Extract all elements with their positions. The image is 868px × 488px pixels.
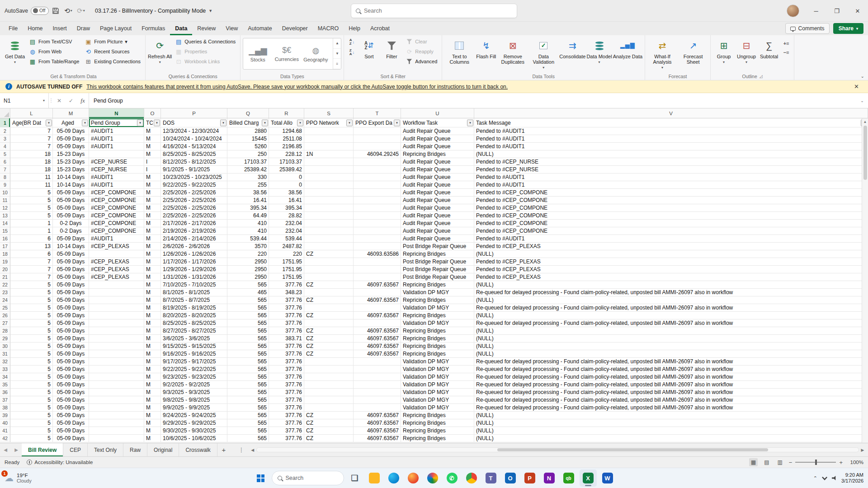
- cell[interactable]: Repricing Bridges: [401, 435, 474, 442]
- cell[interactable]: [89, 396, 144, 404]
- cell[interactable]: 05-09 Days: [53, 281, 89, 289]
- cell[interactable]: Audit Repair Queue: [401, 227, 474, 235]
- row-header-20[interactable]: 20: [0, 266, 10, 273]
- cell[interactable]: 05-09 Days: [53, 366, 89, 373]
- cell[interactable]: 05-09 Days: [53, 197, 89, 204]
- sheet-tab-original[interactable]: Original: [147, 443, 179, 456]
- cell[interactable]: M: [144, 350, 161, 358]
- cell[interactable]: 1N: [304, 150, 354, 158]
- cell[interactable]: 6: [10, 235, 53, 243]
- cell[interactable]: [304, 381, 354, 389]
- cell[interactable]: 05-09 Days: [53, 419, 89, 427]
- cell[interactable]: [354, 389, 401, 396]
- cell[interactable]: [89, 419, 144, 427]
- row-header-26[interactable]: 26: [0, 312, 10, 319]
- cell[interactable]: #CEP_PLEXAS: [89, 258, 144, 266]
- cell[interactable]: [354, 243, 401, 250]
- analyze-data-button[interactable]: ▂▅▇Analyze Data: [613, 37, 642, 71]
- sort-descending-button[interactable]: ZA↓: [346, 47, 357, 57]
- cell[interactable]: 377.76: [269, 389, 304, 396]
- cell[interactable]: (NULL): [474, 427, 868, 435]
- cell[interactable]: M: [144, 412, 161, 419]
- cell[interactable]: 9/9/2025 - 9/9/2025: [161, 404, 227, 412]
- cell[interactable]: 565: [227, 327, 269, 335]
- cell[interactable]: Audit Repair Queue: [401, 197, 474, 204]
- new-sheet-button[interactable]: +: [217, 443, 230, 456]
- page-break-view-button[interactable]: ▥: [775, 458, 784, 466]
- row-header-25[interactable]: 25: [0, 304, 10, 312]
- cell[interactable]: 2/6/2026 - 2/6/2026: [161, 243, 227, 250]
- cell[interactable]: Post Bridge Repair Queue: [401, 243, 474, 250]
- row-header-36[interactable]: 36: [0, 389, 10, 396]
- cell[interactable]: [354, 174, 401, 181]
- cell[interactable]: 5: [10, 289, 53, 296]
- cell[interactable]: 565: [227, 319, 269, 327]
- cell[interactable]: [354, 304, 401, 312]
- next-sheet-button[interactable]: ▶: [11, 443, 22, 456]
- cell[interactable]: 46097.63567: [354, 435, 401, 442]
- cell[interactable]: Audit Repair Queue: [401, 204, 474, 212]
- cell[interactable]: Post Bridge Repair Queue: [401, 273, 474, 281]
- cell[interactable]: Pended to #CEP_COMPONE: [474, 197, 868, 204]
- cell[interactable]: 5: [10, 189, 53, 197]
- cell[interactable]: M: [144, 289, 161, 296]
- cell[interactable]: 5: [10, 327, 53, 335]
- cell[interactable]: [354, 227, 401, 235]
- cell[interactable]: 377.76: [269, 358, 304, 366]
- cell[interactable]: Audit Repair Queue: [401, 212, 474, 220]
- formula-input[interactable]: Pend Group: [89, 93, 856, 108]
- row-header-28[interactable]: 28: [0, 327, 10, 335]
- menu-tab-developer[interactable]: Developer: [277, 22, 313, 35]
- row-header-11[interactable]: 11: [0, 197, 10, 204]
- previous-sheet-button[interactable]: ◀: [0, 443, 11, 456]
- row-header-39[interactable]: 39: [0, 412, 10, 419]
- cell[interactable]: 377.76: [269, 427, 304, 435]
- cell[interactable]: 25389.42: [269, 166, 304, 174]
- workbook-links-button[interactable]: ⊡Workbook Links: [173, 56, 238, 66]
- cell[interactable]: M: [144, 435, 161, 442]
- column-header-Q[interactable]: Q: [227, 108, 269, 118]
- restore-button[interactable]: ❐: [826, 0, 847, 22]
- cell[interactable]: Re-queued for delayed processing - Found…: [474, 304, 868, 312]
- cell[interactable]: Repricing Bridges: [401, 427, 474, 435]
- cell[interactable]: 18: [10, 166, 53, 174]
- cell[interactable]: M: [144, 366, 161, 373]
- cell[interactable]: CZ: [304, 350, 354, 358]
- cell[interactable]: M: [144, 343, 161, 350]
- currencies-button[interactable]: $€Currencies: [272, 38, 301, 69]
- cell[interactable]: [89, 381, 144, 389]
- cell[interactable]: 565: [227, 366, 269, 373]
- queries-connections-button[interactable]: ▤Queries & Connections: [173, 37, 238, 47]
- cell[interactable]: [304, 243, 354, 250]
- cell[interactable]: 7: [10, 127, 53, 135]
- cell[interactable]: 1/31/2026 - 1/31/2026: [161, 273, 227, 281]
- cell[interactable]: 10/6/2025 - 10/6/2025: [161, 435, 227, 442]
- cell[interactable]: 05-09 Days: [53, 396, 89, 404]
- cell[interactable]: 377.76: [269, 350, 304, 358]
- cell[interactable]: CZ: [304, 412, 354, 419]
- cell[interactable]: 565: [227, 396, 269, 404]
- cell[interactable]: 395.34: [227, 204, 269, 212]
- comments-button[interactable]: Comments: [785, 23, 830, 34]
- cell[interactable]: 539.44: [227, 235, 269, 243]
- cell[interactable]: 05-09 Days: [53, 304, 89, 312]
- cell[interactable]: 565: [227, 335, 269, 343]
- cell[interactable]: [354, 158, 401, 166]
- get-data-button[interactable]: Get Data ▾: [4, 37, 26, 71]
- header-cell-P[interactable]: DOS▾: [161, 118, 227, 127]
- cell[interactable]: [304, 204, 354, 212]
- cell[interactable]: 395.34: [269, 204, 304, 212]
- cell[interactable]: 64.49: [227, 212, 269, 220]
- what-if-analysis-button[interactable]: ⇄What-If Analysis▾: [647, 37, 677, 71]
- cell[interactable]: M: [144, 396, 161, 404]
- cell[interactable]: 5: [10, 381, 53, 389]
- cell[interactable]: Post Bridge Repair Queue: [401, 266, 474, 273]
- cell[interactable]: 565: [227, 281, 269, 289]
- cell[interactable]: Pended to #AUDIT1: [474, 135, 868, 143]
- menu-tab-data[interactable]: Data: [170, 22, 192, 35]
- cell[interactable]: 05-09 Days: [53, 312, 89, 319]
- cell[interactable]: 05-09 Days: [53, 289, 89, 296]
- cell[interactable]: 05-09 Days: [53, 212, 89, 220]
- cell[interactable]: #CEP_COMPONE: [89, 197, 144, 204]
- cell[interactable]: (NULL): [474, 343, 868, 350]
